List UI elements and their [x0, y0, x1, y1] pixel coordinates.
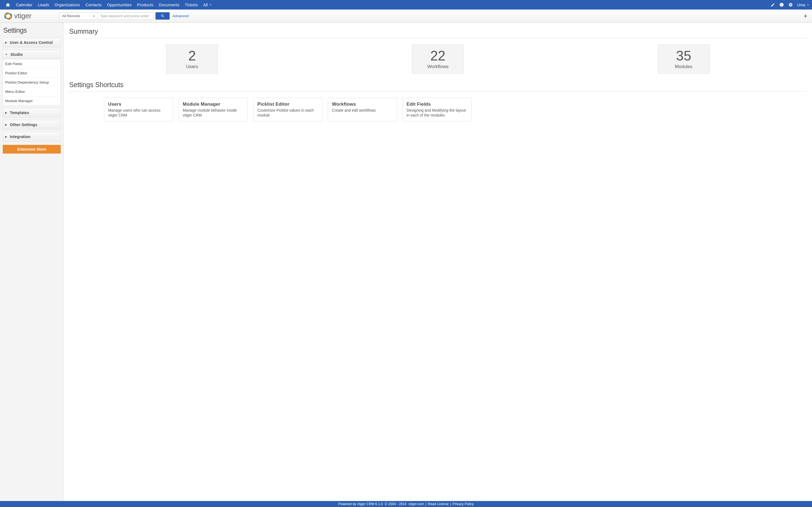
settings-sidebar: Settings ▶ User & Access Control ▼ Studi… — [0, 22, 64, 501]
summary-title: Summary — [69, 27, 807, 36]
top-nav-left: Calendar Leads Organizations Contacts Op… — [3, 2, 215, 7]
shortcut-card-users[interactable]: Users Manage users who can access vtiger… — [104, 98, 173, 121]
svg-text:vtiger: vtiger — [14, 12, 32, 20]
shortcut-title: Edit Fields — [407, 102, 468, 107]
shortcut-card-picklist-editor[interactable]: Picklist Editor Customize Picklist value… — [253, 98, 323, 121]
caret-down-icon: ▼ — [210, 4, 212, 6]
stat-card-users[interactable]: 2 Users — [166, 44, 218, 74]
shortcut-desc: Manage module behavior inside vtiger CRM — [183, 108, 244, 118]
nav-item-leads[interactable]: Leads — [35, 3, 52, 7]
search-button[interactable] — [156, 12, 170, 19]
user-name: Uma — [797, 3, 806, 7]
stat-value: 35 — [676, 49, 691, 63]
nav-item-opportunities[interactable]: Opportunities — [104, 3, 134, 7]
sidebar-section-label: Integration — [10, 134, 31, 139]
shortcut-title: Picklist Editor — [257, 102, 318, 107]
main-layout: Settings ▶ User & Access Control ▼ Studi… — [0, 22, 812, 501]
advanced-search-link[interactable]: Advanced — [172, 14, 189, 18]
shortcut-title: Module Manager — [183, 102, 244, 107]
nav-item-tickets[interactable]: Tickets — [182, 3, 200, 7]
sidebar-title: Settings — [3, 26, 60, 34]
sidebar-section-label: Templates — [10, 111, 29, 115]
sidebar-section-templates[interactable]: ▶ Templates — [3, 108, 61, 118]
info-icon[interactable]: i — [779, 2, 784, 7]
stat-card-modules[interactable]: 35 Modules — [658, 44, 710, 74]
plus-icon — [803, 13, 808, 19]
shortcut-desc: Designing and Modifying the layout in ea… — [407, 108, 468, 118]
search-input[interactable] — [98, 12, 154, 20]
logo[interactable]: vtiger — [4, 12, 45, 20]
shortcut-card-workflows[interactable]: Workflows Create and edit workflows — [328, 98, 397, 121]
nav-item-contacts[interactable]: Contacts — [83, 3, 105, 7]
nav-item-products[interactable]: Products — [134, 3, 156, 7]
sub-nav: vtiger All Records ▼ Advanced — [0, 9, 812, 22]
sidebar-section-integration[interactable]: ▶ Integration — [3, 132, 61, 142]
shortcut-desc: Create and edit workflows — [332, 108, 393, 113]
search-scope-select[interactable]: All Records ▼ — [60, 12, 98, 20]
user-menu[interactable]: Uma ▼ — [797, 3, 809, 7]
triangle-down-icon: ▼ — [93, 15, 95, 18]
search-group: All Records ▼ Advanced — [60, 12, 189, 20]
triangle-right-icon: ▶ — [5, 123, 7, 126]
stat-label: Users — [186, 64, 198, 69]
nav-item-all-label: All — [204, 3, 208, 7]
shortcut-desc: Manage users who can access vtiger CRM — [108, 108, 169, 118]
triangle-down-icon: ▼ — [5, 53, 8, 56]
stat-label: Workflows — [427, 64, 449, 69]
nav-item-documents[interactable]: Documents — [156, 3, 182, 7]
sidebar-section-label: Other Settings — [10, 122, 37, 127]
edit-icon[interactable] — [771, 3, 775, 7]
nav-item-all[interactable]: All ▼ — [201, 3, 215, 7]
triangle-right-icon: ▶ — [5, 135, 7, 138]
sidebar-item-menu-editor[interactable]: Menu Editor — [3, 87, 60, 96]
sidebar-section-other[interactable]: ▶ Other Settings — [3, 120, 61, 130]
gear-icon[interactable] — [788, 2, 793, 7]
svg-text:i: i — [781, 3, 782, 6]
triangle-right-icon: ▶ — [5, 41, 7, 44]
top-nav: Calendar Leads Organizations Contacts Op… — [0, 0, 812, 9]
top-nav-right: i Uma ▼ — [771, 2, 809, 7]
shortcut-title: Users — [108, 102, 169, 107]
main-content: Summary 2 Users 22 Workflows 35 Modules … — [64, 22, 812, 501]
stats-row: 2 Users 22 Workflows 35 Modules — [69, 44, 807, 74]
shortcut-desc: Customize Picklist values in each module — [257, 108, 318, 118]
stat-card-workflows[interactable]: 22 Workflows — [412, 44, 464, 74]
sidebar-item-module-manager[interactable]: Module Manager — [3, 96, 60, 105]
triangle-right-icon: ▶ — [5, 111, 7, 114]
divider — [69, 92, 807, 92]
sidebar-item-picklist-dependency[interactable]: Picklist Dependency Setup — [3, 77, 60, 87]
sidebar-section-label: Studio — [10, 52, 22, 57]
stat-value: 2 — [188, 49, 196, 63]
sidebar-studio-submenu: Edit Fields Picklist Editor Picklist Dep… — [3, 59, 61, 106]
sidebar-item-edit-fields[interactable]: Edit Fields — [3, 59, 60, 68]
shortcut-card-module-manager[interactable]: Module Manager Manage module behavior in… — [179, 98, 248, 121]
sidebar-section-user-access[interactable]: ▶ User & Access Control — [3, 38, 61, 47]
sidebar-item-picklist-editor[interactable]: Picklist Editor — [3, 68, 60, 77]
search-scope-label: All Records — [62, 14, 80, 18]
search-icon — [161, 14, 165, 18]
sidebar-section-studio[interactable]: ▼ Studio — [3, 50, 61, 59]
stat-label: Modules — [675, 64, 692, 69]
shortcuts-title: Settings Shortcuts — [69, 81, 807, 89]
sidebar-section-label: User & Access Control — [10, 40, 53, 45]
nav-item-organizations[interactable]: Organizations — [52, 3, 82, 7]
home-icon[interactable] — [3, 2, 13, 7]
shortcuts-grid: Users Manage users who can access vtiger… — [69, 98, 807, 121]
shortcut-card-edit-fields[interactable]: Edit Fields Designing and Modifying the … — [402, 98, 472, 121]
caret-down-icon: ▼ — [807, 4, 809, 6]
add-button[interactable] — [803, 13, 808, 19]
extension-store-button[interactable]: Extension Store — [3, 145, 61, 154]
svg-point-4 — [4, 12, 12, 20]
stat-value: 22 — [430, 49, 446, 63]
nav-item-calendar[interactable]: Calendar — [13, 3, 35, 7]
shortcut-title: Workflows — [332, 102, 393, 107]
